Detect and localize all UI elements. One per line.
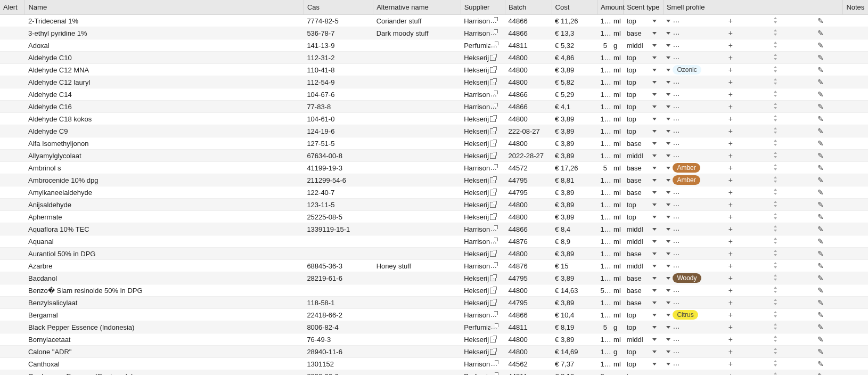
amount-cell[interactable]: 50: [597, 284, 611, 297]
unit-select[interactable]: ml: [613, 127, 624, 135]
amount-cell[interactable]: 10: [597, 211, 611, 223]
chevron-down-icon[interactable]: [666, 289, 670, 292]
scent-cell[interactable]: top: [624, 370, 664, 376]
scent-cell[interactable]: top: [624, 76, 664, 88]
add-tag-button[interactable]: +: [708, 248, 753, 260]
cost-cell[interactable]: € 8,9: [552, 235, 597, 248]
chevron-down-icon[interactable]: [666, 326, 670, 329]
add-tag-button[interactable]: +: [708, 39, 753, 52]
scent-select[interactable]: base: [627, 299, 658, 307]
altname-cell[interactable]: [373, 52, 461, 64]
reorder-handle[interactable]: [753, 272, 798, 284]
add-tag-button[interactable]: +: [708, 346, 753, 358]
altname-cell[interactable]: [373, 113, 461, 125]
unit-cell[interactable]: ml: [610, 76, 624, 88]
unit-cell[interactable]: ml: [610, 64, 624, 76]
reorder-handle[interactable]: [753, 248, 798, 260]
batch-cell[interactable]: 44800: [505, 137, 552, 150]
chevron-down-icon[interactable]: [666, 118, 670, 120]
add-tag-button[interactable]: +: [708, 64, 753, 76]
reorder-handle[interactable]: [753, 76, 798, 88]
unit-select[interactable]: ml: [613, 189, 624, 197]
edit-button[interactable]: ✎: [798, 88, 843, 101]
scent-cell[interactable]: base: [624, 27, 664, 39]
header-amount[interactable]: Amount: [597, 0, 624, 15]
cas-cell[interactable]: 104-67-6: [304, 88, 373, 101]
cost-cell[interactable]: € 3,89: [552, 211, 597, 223]
scent-cell[interactable]: base: [624, 186, 664, 199]
altname-cell[interactable]: [373, 174, 461, 186]
cost-cell[interactable]: € 3,89: [552, 333, 597, 346]
reorder-handle[interactable]: [753, 333, 798, 346]
batch-cell[interactable]: 44866: [505, 27, 552, 39]
scent-cell[interactable]: middl: [624, 235, 664, 248]
supplier-cell[interactable]: Perfumiarz: [461, 39, 505, 52]
name-cell[interactable]: Calone "ADR": [25, 346, 304, 358]
unit-cell[interactable]: ml: [610, 174, 624, 186]
reorder-handle[interactable]: [753, 113, 798, 125]
unit-cell[interactable]: ml: [610, 333, 624, 346]
edit-button[interactable]: ✎: [798, 248, 843, 260]
notes-cell[interactable]: [843, 260, 868, 272]
header-smell[interactable]: Smell profile: [663, 0, 843, 15]
batch-cell[interactable]: 2022-28-27: [505, 150, 552, 162]
unit-select[interactable]: ml: [613, 152, 624, 160]
edit-button[interactable]: ✎: [798, 309, 843, 321]
chevron-down-icon[interactable]: [666, 130, 670, 133]
name-cell[interactable]: Ambrinol s: [25, 162, 304, 174]
reorder-handle[interactable]: [753, 15, 798, 27]
supplier-cell[interactable]: Hekserij: [461, 150, 505, 162]
batch-cell[interactable]: 44866: [505, 15, 552, 27]
name-cell[interactable]: Aurantiol 50% in DPG: [25, 248, 304, 260]
unit-select[interactable]: ml: [613, 336, 624, 344]
scent-cell[interactable]: top: [624, 52, 664, 64]
external-link-icon[interactable]: [490, 275, 496, 281]
batch-cell[interactable]: 44800: [505, 76, 552, 88]
smell-cell[interactable]: FreshCoconutOzonic: [663, 113, 708, 125]
header-name[interactable]: Name: [25, 0, 304, 15]
notes-cell[interactable]: [843, 272, 868, 284]
chevron-down-icon[interactable]: [666, 216, 670, 218]
cas-cell[interactable]: 68845-36-3: [304, 260, 373, 272]
scent-select[interactable]: top: [627, 91, 658, 99]
supplier-cell[interactable]: Harrison: [461, 235, 505, 248]
chevron-down-icon[interactable]: [666, 314, 670, 316]
external-link-icon[interactable]: [490, 55, 496, 61]
scent-select[interactable]: middl: [627, 238, 658, 246]
scent-select[interactable]: top: [627, 201, 658, 209]
external-link-icon[interactable]: [490, 128, 496, 134]
scent-cell[interactable]: top: [624, 64, 664, 76]
cost-cell[interactable]: € 3,89: [552, 113, 597, 125]
altname-cell[interactable]: [373, 284, 461, 297]
altname-cell[interactable]: [373, 137, 461, 150]
name-cell[interactable]: Aldehyde C10: [25, 52, 304, 64]
unit-select[interactable]: ml: [613, 91, 624, 99]
notes-cell[interactable]: [843, 346, 868, 358]
cas-cell[interactable]: 1301152: [304, 358, 373, 370]
unit-select[interactable]: ml: [613, 115, 624, 123]
smell-tag[interactable]: Tropical: [699, 151, 708, 160]
scent-cell[interactable]: middl: [624, 39, 664, 52]
edit-button[interactable]: ✎: [798, 211, 843, 223]
scent-select[interactable]: middl: [627, 225, 658, 233]
supplier-cell[interactable]: Hekserij: [461, 284, 505, 297]
cas-cell[interactable]: 1339119-15-1: [304, 223, 373, 235]
altname-cell[interactable]: [373, 125, 461, 137]
scent-select[interactable]: top: [627, 213, 658, 221]
external-link-icon[interactable]: [490, 288, 496, 294]
edit-button[interactable]: ✎: [798, 186, 843, 199]
altname-cell[interactable]: [373, 248, 461, 260]
batch-cell[interactable]: 44562: [505, 358, 552, 370]
chevron-down-icon[interactable]: [666, 167, 670, 169]
scent-select[interactable]: base: [627, 176, 658, 184]
cas-cell[interactable]: 8006-82-4: [304, 321, 373, 333]
edit-button[interactable]: ✎: [798, 235, 843, 248]
smell-cell[interactable]: OrangeOzonic: [663, 76, 708, 88]
batch-cell[interactable]: 44800: [505, 346, 552, 358]
amount-cell[interactable]: 5: [597, 162, 611, 174]
name-cell[interactable]: Aldehyde C9: [25, 125, 304, 137]
scent-select[interactable]: top: [627, 323, 658, 331]
scent-cell[interactable]: base: [624, 248, 664, 260]
altname-cell[interactable]: [373, 333, 461, 346]
altname-cell[interactable]: [373, 211, 461, 223]
